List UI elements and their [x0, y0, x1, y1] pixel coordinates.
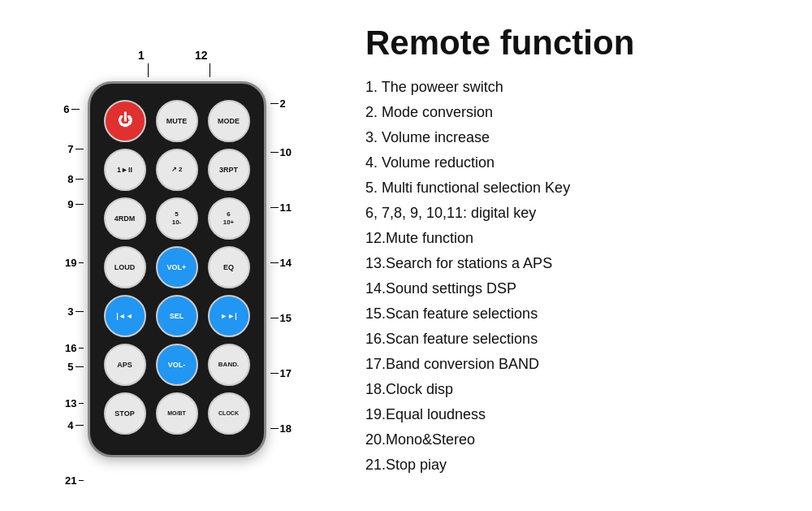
- prev-button[interactable]: |◄◄: [104, 295, 146, 337]
- right-label-18: 18: [280, 422, 292, 435]
- left-label-19: 19: [65, 257, 76, 269]
- mode-button[interactable]: MODE: [208, 100, 250, 142]
- btn-3rpt[interactable]: 3RPT: [208, 149, 250, 191]
- left-label-6: 6: [63, 103, 69, 115]
- remote-section: 1 12 6 7: [24, 16, 333, 511]
- left-label-21: 21: [65, 474, 76, 487]
- list-item: 13.Search for stations a APS: [365, 253, 788, 275]
- vol-minus-button[interactable]: VOL-: [156, 344, 198, 386]
- list-item: 17.Band conversion BAND: [365, 353, 788, 375]
- left-label-8: 8: [67, 173, 73, 185]
- list-item: 14.Sound settings DSP: [365, 278, 788, 300]
- list-item: 3. Volume increase: [365, 127, 788, 149]
- function-list: 1. The poweer switch 2. Mode conversion …: [365, 76, 788, 476]
- right-label-14: 14: [280, 257, 292, 269]
- aps-button[interactable]: APS: [104, 344, 146, 386]
- left-label-4: 4: [67, 419, 73, 431]
- list-item: 6, 7,8, 9, 10,11: digital key: [365, 202, 788, 224]
- loud-button[interactable]: LOUD: [104, 246, 146, 288]
- btn-10minus[interactable]: 510-: [156, 197, 198, 240]
- btn-1ii[interactable]: 1►II: [104, 149, 146, 191]
- list-item: 4. Volume reduction: [365, 152, 788, 174]
- btn-4rdm[interactable]: 4RDM: [104, 197, 146, 240]
- list-item: 16.Scan feature selections: [365, 328, 788, 350]
- left-label-13: 13: [65, 397, 76, 409]
- info-section: Remote function 1. The poweer switch 2. …: [365, 16, 788, 479]
- list-item: 19.Equal loudness: [365, 404, 788, 426]
- page-title: Remote function: [365, 24, 788, 62]
- next-button[interactable]: ►►|: [208, 295, 250, 337]
- sel-button[interactable]: SEL: [156, 295, 198, 337]
- right-label-10: 10: [280, 146, 292, 158]
- left-label-7: 7: [67, 143, 73, 155]
- top-label-12: 12: [195, 49, 208, 62]
- right-label-15: 15: [280, 312, 292, 324]
- btn-2[interactable]: ↗ 2: [156, 149, 198, 191]
- list-item: 20.Mono&Stereo: [365, 429, 788, 451]
- right-label-11: 11: [280, 201, 292, 214]
- right-label-17: 17: [280, 367, 292, 379]
- left-label-5: 5: [67, 361, 73, 373]
- top-label-1: 1: [138, 49, 145, 62]
- clock-button[interactable]: CLOCK: [208, 392, 250, 435]
- mobt-button[interactable]: MO/BT: [156, 392, 198, 435]
- mute-button[interactable]: MUTE: [156, 100, 198, 142]
- band-button[interactable]: BAND.: [208, 344, 250, 386]
- vol-plus-button[interactable]: VOL+: [156, 246, 198, 288]
- button-grid: ⏻ MUTE MODE 1►II ↗ 2 3RPT 4RDM 510- 610+…: [102, 100, 252, 435]
- eq-button[interactable]: EQ: [208, 246, 250, 288]
- main-container: 1 12 6 7: [0, 0, 812, 511]
- left-label-3: 3: [67, 305, 73, 318]
- list-item: 15.Scan feature selections: [365, 303, 788, 325]
- list-item: 18.Clock disp: [365, 379, 788, 401]
- list-item: 2. Mode conversion: [365, 102, 788, 123]
- btn-10plus[interactable]: 610+: [208, 197, 250, 240]
- stop-button[interactable]: STOP: [104, 392, 146, 435]
- list-item: 12.Mute function: [365, 227, 788, 249]
- list-item: 21.Stop piay: [365, 454, 788, 476]
- list-item: 1. The poweer switch: [365, 76, 788, 98]
- left-label-16: 16: [65, 342, 76, 354]
- right-label-2: 2: [280, 97, 286, 110]
- power-button[interactable]: ⏻: [104, 100, 146, 142]
- remote-body: ⏻ MUTE MODE 1►II ↗ 2 3RPT 4RDM 510- 610+…: [88, 81, 266, 457]
- list-item: 5. Multi functional selection Key: [365, 177, 788, 199]
- left-label-9: 9: [67, 198, 73, 210]
